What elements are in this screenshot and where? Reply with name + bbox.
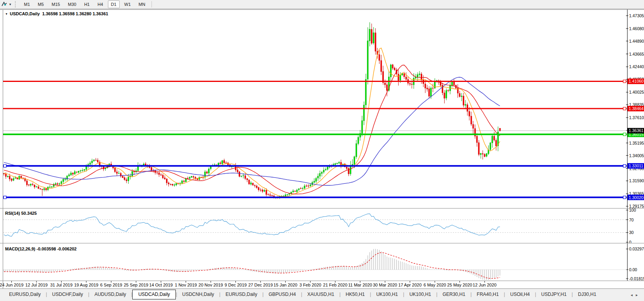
chart-tab-eurusd-daily[interactable]: EURUSD,Daily [4, 290, 46, 299]
chart-tab-eurusd-daily[interactable]: EURUSD,Daily [221, 290, 263, 299]
timeframe-button-m30[interactable]: M30 [65, 0, 79, 8]
chart-tabs: EURUSD,Daily|USDCHF,Daily|AUDUSD,Daily|U… [4, 290, 601, 299]
toolbar: ▼ M1M5M15M30H1H4D1W1MN [0, 0, 644, 9]
date-axis[interactable]: 24 Jun 201912 Jul 201931 Jul 201919 Aug … [0, 281, 644, 288]
timeframe-button-w1[interactable]: W1 [121, 0, 134, 8]
timeframe-button-m5[interactable]: M5 [35, 0, 47, 8]
svg-text:17 Apr 2020: 17 Apr 2020 [398, 283, 421, 287]
svg-text:11 Mar 2020: 11 Mar 2020 [348, 283, 372, 287]
chart-tab-fra40-h1[interactable]: FRA40,H1 [472, 290, 504, 299]
chart-tab-ger30-h1[interactable]: GER30,H1 [438, 290, 471, 299]
chart-tab-uk100-h1[interactable]: UK100,H1 [404, 290, 436, 299]
svg-text:1.37610: 1.37610 [629, 115, 644, 120]
chart-tab-dj30-h1[interactable]: DJ30,H1 [573, 290, 602, 299]
timeframe-button-m1[interactable]: M1 [21, 0, 33, 8]
svg-text:0: 0 [629, 240, 631, 243]
svg-text:30: 30 [629, 230, 634, 235]
drawing-tool-caret-icon[interactable]: ▼ [8, 3, 13, 6]
svg-text:9 Dec 2019: 9 Dec 2019 [224, 283, 246, 287]
svg-text:70: 70 [629, 218, 634, 222]
chart-ohlc-title: ▼USDCAD,Daily 1.36598 1.36598 1.36280 1.… [5, 11, 108, 16]
toolbar-grip [15, 1, 17, 7]
chart-collapse-icon[interactable]: ▼ [5, 13, 8, 15]
tab-scroll-arrows: ◂▸ [631, 293, 641, 297]
svg-text:3 Feb 2020: 3 Feb 2020 [299, 283, 321, 287]
svg-text:1.41060: 1.41060 [629, 79, 644, 83]
svg-text:1 Nov 2019: 1 Nov 2019 [175, 283, 197, 287]
timeframe-button-d1[interactable]: D1 [108, 0, 120, 8]
svg-text:6 Sep 2019: 6 Sep 2019 [100, 283, 122, 287]
svg-text:1.44890: 1.44890 [629, 39, 644, 44]
svg-text:1.29175: 1.29175 [629, 204, 644, 209]
svg-text:1.47305: 1.47305 [629, 13, 644, 18]
rsi-panel[interactable]: 10070300 [0, 209, 644, 243]
svg-text:1.31590: 1.31590 [629, 178, 644, 183]
rsi-current-value: 50.3425 [21, 211, 37, 216]
chart-tabs-bar: EURUSD,Daily|USDCHF,Daily|AUDUSD,Daily|U… [0, 288, 644, 301]
svg-text:1.38464: 1.38464 [629, 106, 644, 111]
svg-text:1.34005: 1.34005 [629, 153, 644, 158]
chart-symbol-label: USDCAD,Daily [10, 11, 40, 16]
svg-text:1.33011: 1.33011 [629, 163, 643, 168]
svg-text:15 Jan 2020: 15 Jan 2020 [274, 283, 297, 287]
macd-indicator-label: MACD(12,26,9) -0.003598 -0.006202 [5, 247, 77, 251]
main-price-chart[interactable]: 1.473051.460801.448901.436651.424401.412… [0, 9, 644, 209]
chart-tab-audusd-daily[interactable]: AUDUSD,Daily [89, 290, 131, 299]
svg-text:30 Mar 2020: 30 Mar 2020 [373, 283, 397, 287]
chart-tab-xauusd-h1[interactable]: XAUUSD,H1 [302, 290, 339, 299]
chart-tab-usdjpy-h1[interactable]: USDJPY,H1 [536, 290, 571, 299]
svg-text:1.35195: 1.35195 [629, 141, 644, 145]
svg-text:31 Jul 2019: 31 Jul 2019 [50, 283, 73, 287]
svg-text:21 Feb 2020: 21 Feb 2020 [323, 283, 347, 287]
drawing-tool-icon[interactable] [1, 1, 8, 8]
rsi-indicator-label: RSI(14) 50.3425 [5, 211, 37, 216]
chart-tab-usdcad-daily[interactable]: USDCAD,Daily [132, 290, 176, 299]
macd-current-values: -0.003598 -0.006202 [36, 247, 77, 251]
chart-ohlc-values: 1.36598 1.36598 1.36280 1.36361 [42, 11, 108, 16]
chart-tab-hk50-h1[interactable]: HK50,H1 [341, 290, 370, 299]
svg-text:1.40025: 1.40025 [629, 90, 644, 94]
svg-text:27 Dec 2019: 27 Dec 2019 [248, 283, 273, 287]
svg-text:25 May 2020: 25 May 2020 [447, 283, 473, 287]
timeframe-buttons: M1M5M15M30H1H4D1W1MN [20, 0, 149, 8]
svg-text:1.43665: 1.43665 [629, 52, 644, 56]
macd-panel[interactable]: 0.0329720.00-0.018154 [0, 243, 644, 281]
timeframe-button-mn[interactable]: MN [135, 0, 148, 8]
svg-text:25 Sep 2019: 25 Sep 2019 [124, 283, 148, 287]
svg-text:1.36361: 1.36361 [629, 128, 644, 133]
tabs-scroll-left-icon[interactable]: ◂ [631, 293, 636, 297]
svg-text:0.032972: 0.032972 [629, 247, 644, 251]
svg-text:14 Oct 2019: 14 Oct 2019 [149, 283, 173, 287]
toolbar-separator [151, 1, 152, 7]
svg-text:19 Aug 2019: 19 Aug 2019 [74, 283, 99, 287]
svg-text:12 Jul 2019: 12 Jul 2019 [26, 283, 48, 287]
svg-text:100: 100 [629, 209, 636, 212]
chart-tab-usdchf-daily[interactable]: USDCHF,Daily [47, 290, 88, 299]
svg-text:-0.018154: -0.018154 [629, 276, 644, 281]
tabs-scroll-right-icon[interactable]: ▸ [636, 293, 641, 297]
mt4-terminal: { "toolbar": { "timeframes": ["M1","M5",… [0, 0, 644, 301]
svg-text:20 Nov 2019: 20 Nov 2019 [199, 283, 223, 287]
svg-text:6 May 2020: 6 May 2020 [423, 283, 446, 287]
svg-text:24 Jun 2019: 24 Jun 2019 [0, 283, 24, 287]
timeframe-button-m15[interactable]: M15 [49, 0, 63, 8]
chart-tab-uk100-h1[interactable]: UK100,H1 [371, 290, 403, 299]
chart-tab-gbpusd-h4[interactable]: GBPUSD,H4 [264, 290, 301, 299]
chart-tab-usoil-h4[interactable]: USOil,H4 [505, 290, 535, 299]
timeframe-button-h1[interactable]: H1 [81, 0, 93, 8]
svg-text:12 Jun 2020: 12 Jun 2020 [473, 283, 497, 287]
timeframe-button-h4[interactable]: H4 [94, 0, 106, 8]
rsi-name: RSI(14) [5, 211, 20, 216]
svg-text:1.46080: 1.46080 [629, 26, 644, 31]
svg-text:1.42440: 1.42440 [629, 64, 644, 69]
svg-text:0.00: 0.00 [629, 267, 637, 272]
macd-name: MACD(12,26,9) [5, 247, 35, 251]
chart-tab-usdcnh-daily[interactable]: USDCNH,Daily [177, 290, 219, 299]
svg-text:1.30020: 1.30020 [629, 195, 644, 200]
